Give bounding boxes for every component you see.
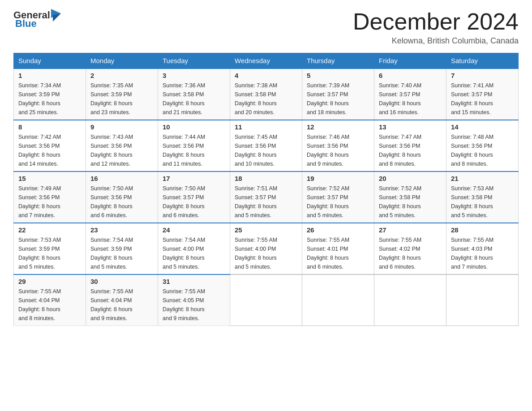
calendar-day-cell: 27 Sunrise: 7:55 AM Sunset: 4:02 PM Dayl… — [374, 223, 446, 274]
day-number: 17 — [163, 175, 225, 182]
day-info: Sunrise: 7:53 AM Sunset: 3:59 PM Dayligh… — [18, 235, 81, 271]
day-info: Sunrise: 7:35 AM Sunset: 3:59 PM Dayligh… — [90, 81, 153, 117]
header-thursday: Thursday — [302, 53, 374, 69]
calendar-day-cell: 22 Sunrise: 7:53 AM Sunset: 3:59 PM Dayl… — [14, 223, 86, 274]
calendar-day-cell: 15 Sunrise: 7:49 AM Sunset: 3:56 PM Dayl… — [14, 171, 86, 223]
calendar-day-cell: 21 Sunrise: 7:53 AM Sunset: 3:58 PM Dayl… — [446, 171, 519, 223]
calendar-day-cell: 31 Sunrise: 7:55 AM Sunset: 4:05 PM Dayl… — [158, 274, 230, 326]
day-number: 30 — [90, 278, 153, 285]
day-number: 23 — [90, 226, 153, 234]
calendar-day-cell: 5 Sunrise: 7:39 AM Sunset: 3:57 PM Dayli… — [302, 68, 374, 120]
header-tuesday: Tuesday — [158, 53, 230, 69]
day-number: 24 — [163, 226, 225, 234]
header-saturday: Saturday — [446, 53, 519, 69]
calendar-day-cell: 12 Sunrise: 7:46 AM Sunset: 3:56 PM Dayl… — [302, 120, 374, 171]
day-info: Sunrise: 7:48 AM Sunset: 3:56 PM Dayligh… — [451, 133, 514, 168]
location-subtitle: Kelowna, British Columbia, Canada — [353, 36, 519, 46]
day-number: 28 — [451, 226, 514, 234]
calendar-day-cell: 13 Sunrise: 7:47 AM Sunset: 3:56 PM Dayl… — [374, 120, 446, 171]
day-number: 10 — [163, 123, 225, 131]
calendar-week-row: 8 Sunrise: 7:42 AM Sunset: 3:56 PM Dayli… — [14, 120, 519, 171]
calendar-day-cell: 29 Sunrise: 7:55 AM Sunset: 4:04 PM Dayl… — [14, 274, 86, 326]
day-info: Sunrise: 7:53 AM Sunset: 3:58 PM Dayligh… — [451, 184, 514, 220]
calendar-day-cell: 28 Sunrise: 7:55 AM Sunset: 4:03 PM Dayl… — [446, 223, 519, 274]
logo-flag-icon — [51, 9, 64, 21]
day-number: 27 — [379, 226, 442, 234]
day-info: Sunrise: 7:52 AM Sunset: 3:57 PM Dayligh… — [307, 184, 369, 220]
header-wednesday: Wednesday — [230, 53, 302, 69]
day-info: Sunrise: 7:34 AM Sunset: 3:59 PM Dayligh… — [18, 81, 81, 117]
logo: General Blue — [13, 9, 64, 30]
day-info: Sunrise: 7:46 AM Sunset: 3:56 PM Dayligh… — [307, 133, 369, 168]
calendar-day-cell: 4 Sunrise: 7:38 AM Sunset: 3:58 PM Dayli… — [230, 68, 302, 120]
calendar-day-cell: 25 Sunrise: 7:55 AM Sunset: 4:00 PM Dayl… — [230, 223, 302, 274]
day-info: Sunrise: 7:36 AM Sunset: 3:58 PM Dayligh… — [163, 81, 225, 117]
day-info: Sunrise: 7:39 AM Sunset: 3:57 PM Dayligh… — [307, 81, 369, 117]
calendar-week-row: 1 Sunrise: 7:34 AM Sunset: 3:59 PM Dayli… — [14, 68, 519, 120]
day-number: 20 — [379, 175, 442, 182]
day-info: Sunrise: 7:42 AM Sunset: 3:56 PM Dayligh… — [18, 133, 81, 168]
day-number: 21 — [451, 175, 514, 182]
day-number: 1 — [18, 72, 81, 79]
day-info: Sunrise: 7:41 AM Sunset: 3:57 PM Dayligh… — [451, 81, 514, 117]
page-header: General Blue December 2024 Kelowna, Brit… — [13, 9, 519, 46]
day-info: Sunrise: 7:55 AM Sunset: 4:03 PM Dayligh… — [451, 235, 514, 271]
day-info: Sunrise: 7:40 AM Sunset: 3:57 PM Dayligh… — [379, 81, 442, 117]
day-info: Sunrise: 7:50 AM Sunset: 3:57 PM Dayligh… — [163, 184, 225, 220]
calendar-day-cell: 26 Sunrise: 7:55 AM Sunset: 4:01 PM Dayl… — [302, 223, 374, 274]
day-number: 2 — [90, 72, 153, 79]
calendar-day-cell: 2 Sunrise: 7:35 AM Sunset: 3:59 PM Dayli… — [86, 68, 158, 120]
calendar-header-row: Sunday Monday Tuesday Wednesday Thursday… — [14, 53, 519, 69]
day-info: Sunrise: 7:55 AM Sunset: 4:04 PM Dayligh… — [90, 287, 153, 323]
day-info: Sunrise: 7:54 AM Sunset: 4:00 PM Dayligh… — [163, 235, 225, 271]
calendar-day-cell: 7 Sunrise: 7:41 AM Sunset: 3:57 PM Dayli… — [446, 68, 519, 120]
day-number: 26 — [307, 226, 369, 234]
day-info: Sunrise: 7:51 AM Sunset: 3:57 PM Dayligh… — [235, 184, 297, 220]
calendar-day-cell: 6 Sunrise: 7:40 AM Sunset: 3:57 PM Dayli… — [374, 68, 446, 120]
day-info: Sunrise: 7:52 AM Sunset: 3:58 PM Dayligh… — [379, 184, 442, 220]
day-info: Sunrise: 7:55 AM Sunset: 4:00 PM Dayligh… — [235, 235, 297, 271]
calendar-day-cell: 30 Sunrise: 7:55 AM Sunset: 4:04 PM Dayl… — [86, 274, 158, 326]
calendar-day-cell — [374, 274, 446, 326]
day-info: Sunrise: 7:54 AM Sunset: 3:59 PM Dayligh… — [90, 235, 153, 271]
day-info: Sunrise: 7:43 AM Sunset: 3:56 PM Dayligh… — [90, 133, 153, 168]
calendar-day-cell: 16 Sunrise: 7:50 AM Sunset: 3:56 PM Dayl… — [86, 171, 158, 223]
day-number: 3 — [163, 72, 225, 79]
calendar-day-cell: 1 Sunrise: 7:34 AM Sunset: 3:59 PM Dayli… — [14, 68, 86, 120]
day-number: 16 — [90, 175, 153, 182]
day-number: 6 — [379, 72, 442, 79]
day-number: 22 — [18, 226, 81, 234]
day-info: Sunrise: 7:44 AM Sunset: 3:56 PM Dayligh… — [163, 133, 225, 168]
day-number: 7 — [451, 72, 514, 79]
day-info: Sunrise: 7:45 AM Sunset: 3:56 PM Dayligh… — [235, 133, 297, 168]
day-info: Sunrise: 7:50 AM Sunset: 3:56 PM Dayligh… — [90, 184, 153, 220]
day-info: Sunrise: 7:49 AM Sunset: 3:56 PM Dayligh… — [18, 184, 81, 220]
day-number: 5 — [307, 72, 369, 79]
day-number: 19 — [307, 175, 369, 182]
day-info: Sunrise: 7:55 AM Sunset: 4:05 PM Dayligh… — [163, 287, 225, 323]
calendar-day-cell — [230, 274, 302, 326]
day-number: 13 — [379, 123, 442, 131]
day-info: Sunrise: 7:55 AM Sunset: 4:02 PM Dayligh… — [379, 235, 442, 271]
day-info: Sunrise: 7:55 AM Sunset: 4:04 PM Dayligh… — [18, 287, 81, 323]
calendar-week-row: 22 Sunrise: 7:53 AM Sunset: 3:59 PM Dayl… — [14, 223, 519, 274]
calendar-day-cell: 11 Sunrise: 7:45 AM Sunset: 3:56 PM Dayl… — [230, 120, 302, 171]
day-number: 4 — [235, 72, 297, 79]
day-number: 12 — [307, 123, 369, 131]
calendar-day-cell: 20 Sunrise: 7:52 AM Sunset: 3:58 PM Dayl… — [374, 171, 446, 223]
calendar-day-cell — [446, 274, 519, 326]
day-info: Sunrise: 7:38 AM Sunset: 3:58 PM Dayligh… — [235, 81, 297, 117]
day-number: 9 — [90, 123, 153, 131]
day-number: 15 — [18, 175, 81, 182]
calendar-week-row: 15 Sunrise: 7:49 AM Sunset: 3:56 PM Dayl… — [14, 171, 519, 223]
month-title: December 2024 — [353, 9, 519, 34]
day-number: 18 — [235, 175, 297, 182]
day-number: 14 — [451, 123, 514, 131]
calendar-day-cell: 18 Sunrise: 7:51 AM Sunset: 3:57 PM Dayl… — [230, 171, 302, 223]
calendar-week-row: 29 Sunrise: 7:55 AM Sunset: 4:04 PM Dayl… — [14, 274, 519, 326]
calendar-day-cell: 24 Sunrise: 7:54 AM Sunset: 4:00 PM Dayl… — [158, 223, 230, 274]
day-number: 31 — [163, 278, 225, 285]
calendar-day-cell: 3 Sunrise: 7:36 AM Sunset: 3:58 PM Dayli… — [158, 68, 230, 120]
logo-blue-text: Blue — [15, 18, 37, 30]
day-number: 11 — [235, 123, 297, 131]
